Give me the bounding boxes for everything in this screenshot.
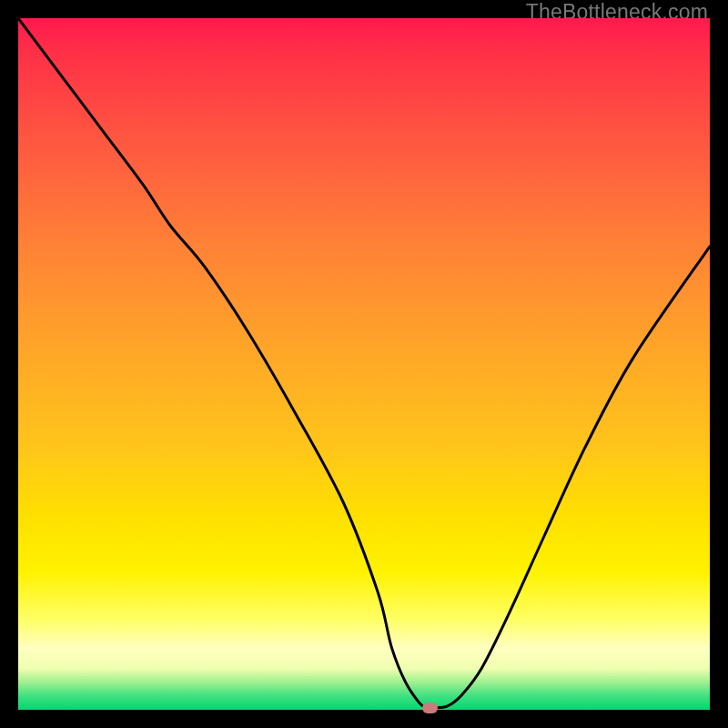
plot-area bbox=[18, 18, 710, 710]
bottleneck-curve bbox=[18, 18, 710, 708]
optimal-marker bbox=[422, 703, 438, 713]
chart-frame: TheBottleneck.com bbox=[0, 0, 728, 728]
curve-svg bbox=[18, 18, 710, 710]
